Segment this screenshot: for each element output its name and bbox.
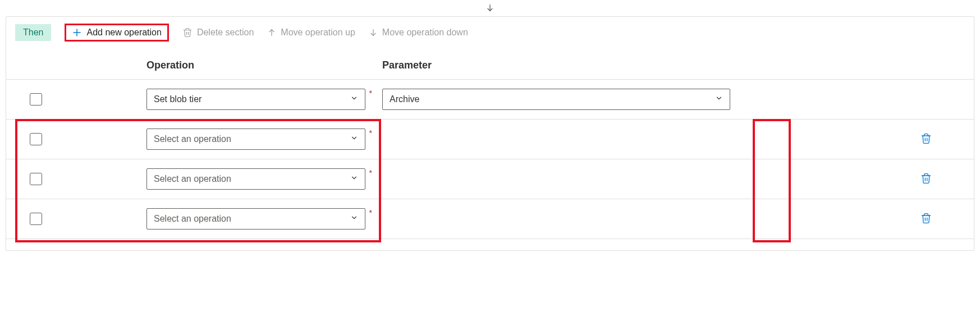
chevron-down-icon <box>350 94 358 104</box>
header-parameter: Parameter <box>382 59 918 71</box>
column-headers: Operation Parameter <box>6 48 974 80</box>
then-section-panel: Then Add new operation Delete section Mo… <box>6 16 974 251</box>
operation-row: Set blob tier * Archive <box>6 80 974 120</box>
move-down-label: Move operation down <box>382 27 468 38</box>
plus-icon <box>72 27 82 38</box>
operation-select-value: Set blob tier <box>154 94 202 104</box>
section-toolbar: Then Add new operation Delete section Mo… <box>6 17 974 48</box>
chevron-down-icon <box>350 174 358 184</box>
chevron-down-icon <box>715 94 723 104</box>
row-delete-button[interactable] <box>918 210 935 227</box>
row-checkbox[interactable] <box>30 93 42 105</box>
row-checkbox[interactable] <box>30 213 42 225</box>
required-asterisk: * <box>369 129 372 137</box>
chevron-down-icon <box>350 214 358 224</box>
add-new-operation-label: Add new operation <box>86 27 161 38</box>
row-delete-button[interactable] <box>918 131 935 148</box>
move-operation-up-button: Move operation up <box>267 27 355 38</box>
operation-select-value: Select an operation <box>154 134 231 144</box>
operations-rows: Set blob tier * Archive <box>6 80 974 239</box>
parameter-select-value: Archive <box>390 94 419 104</box>
operation-row: Select an operation * <box>6 199 974 239</box>
add-new-operation-button[interactable]: Add new operation <box>72 27 161 38</box>
operation-select-value: Select an operation <box>154 214 231 224</box>
trash-icon <box>921 133 932 146</box>
operation-select[interactable]: Select an operation <box>146 129 365 150</box>
header-operation: Operation <box>146 59 382 71</box>
operation-select[interactable]: Select an operation <box>146 208 365 230</box>
trash-icon <box>921 213 932 226</box>
move-up-label: Move operation up <box>281 27 355 38</box>
operation-row: Select an operation * <box>6 120 974 159</box>
annotation-add-button: Add new operation <box>65 24 168 42</box>
delete-section-label: Delete section <box>197 27 254 38</box>
operation-select[interactable]: Set blob tier <box>146 89 365 110</box>
row-checkbox[interactable] <box>30 173 42 185</box>
required-asterisk: * <box>369 208 372 217</box>
trash-icon <box>182 27 193 38</box>
row-checkbox[interactable] <box>30 133 42 145</box>
flow-arrow-down <box>0 0 980 16</box>
chevron-down-icon <box>350 134 358 144</box>
arrow-down-icon <box>369 28 378 37</box>
then-badge: Then <box>15 24 51 41</box>
delete-section-button: Delete section <box>182 27 254 38</box>
required-asterisk: * <box>369 168 372 177</box>
operation-select-value: Select an operation <box>154 174 231 184</box>
move-operation-down-button: Move operation down <box>369 27 468 38</box>
row-delete-button[interactable] <box>918 171 935 187</box>
parameter-select[interactable]: Archive <box>382 89 730 110</box>
operation-row: Select an operation * <box>6 159 974 199</box>
operation-select[interactable]: Select an operation <box>146 168 365 190</box>
arrow-up-icon <box>267 28 276 37</box>
trash-icon <box>921 173 932 186</box>
required-asterisk: * <box>369 89 372 98</box>
